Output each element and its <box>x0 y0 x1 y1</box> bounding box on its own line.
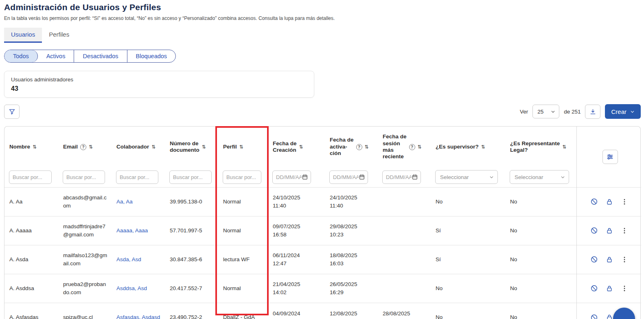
column-header-email: Email <box>63 144 78 150</box>
cell-fecha-activacion: 18/08/2025 16:03 <box>325 245 378 274</box>
lock-user-icon[interactable] <box>606 227 613 234</box>
status-filter-bloqueados[interactable]: Bloqueados <box>127 50 176 62</box>
date-input[interactable] <box>386 174 412 180</box>
table-settings-button[interactable] <box>602 150 618 164</box>
row-menu-icon[interactable] <box>621 285 628 292</box>
table-row: A. Aa abcasds@gmail.com Aa, Aa 39.995.13… <box>4 187 641 216</box>
sort-icon[interactable]: ⇅ <box>481 144 485 150</box>
sort-icon[interactable]: ⇅ <box>365 144 369 150</box>
filter-date-creacion[interactable] <box>272 170 311 184</box>
sort-icon[interactable]: ⇅ <box>562 144 566 150</box>
cell-fecha-activacion: 24/10/2025 11:40 <box>325 187 378 216</box>
stats-card: Usuarios administradores 43 <box>4 71 314 98</box>
cell-fecha-sesion: 28/08/2025 17:41 <box>378 303 431 319</box>
block-user-icon[interactable] <box>590 256 598 263</box>
status-filter-activos[interactable]: Activos <box>38 50 74 62</box>
help-icon[interactable]: ? <box>80 144 86 150</box>
cell-fecha-creacion: 24/10/2025 11:40 <box>268 187 325 216</box>
create-button-label: Crear <box>611 108 626 115</box>
column-header-es-representante: ¿Es Representante Legal? <box>510 140 560 154</box>
cell-fecha-activacion: 26/05/2025 16:29 <box>325 274 378 303</box>
table-body: A. Aa abcasds@gmail.com Aa, Aa 39.995.13… <box>4 187 641 319</box>
table-row: A. Asfasdas spiza@uc.cl Asfasdas, Asdasd… <box>4 303 641 319</box>
block-user-icon[interactable] <box>590 284 598 292</box>
cell-fecha-creacion: 06/11/2024 12:47 <box>268 245 325 274</box>
page-subtitle: En la tabla verás los permisos por perfi… <box>4 15 641 21</box>
row-menu-icon[interactable] <box>621 227 628 234</box>
cell-fecha-sesion <box>378 245 431 274</box>
page-size-value: 25 <box>537 109 543 115</box>
tab-perfiles[interactable]: Perfiles <box>42 28 76 43</box>
cell-es-representante: No <box>505 216 576 245</box>
filter-input-documento[interactable] <box>169 170 212 184</box>
colaborador-link[interactable]: Asfasdas, Asdasd <box>112 303 165 319</box>
table-row: A. Asddsa prueba2@probando.com Asddsa, A… <box>4 274 641 303</box>
help-icon[interactable]: ? <box>356 144 362 150</box>
sort-icon[interactable]: ⇅ <box>299 144 303 150</box>
cell-nombre: A. Asfasdas <box>4 303 58 319</box>
colaborador-link[interactable]: Aaaaa, Aaaa <box>112 216 165 245</box>
filter-input-perfil[interactable] <box>223 170 261 184</box>
create-button[interactable]: Crear <box>605 104 641 119</box>
chevron-down-icon <box>551 109 555 114</box>
lock-user-icon[interactable] <box>606 198 613 205</box>
cell-es-representante: No <box>505 303 576 319</box>
row-actions <box>576 245 641 274</box>
filter-date-sesion[interactable] <box>382 170 421 184</box>
tab-usuarios[interactable]: Usuarios <box>4 28 42 43</box>
sort-icon[interactable]: ⇅ <box>202 144 206 150</box>
block-user-icon[interactable] <box>590 314 598 319</box>
lock-user-icon[interactable] <box>606 256 613 263</box>
total-count-label: de 251 <box>564 109 580 115</box>
colaborador-link[interactable]: Aa, Aa <box>112 187 165 216</box>
lock-user-icon[interactable] <box>606 314 613 319</box>
cell-fecha-sesion <box>378 187 431 216</box>
sort-icon[interactable]: ⇅ <box>89 144 93 150</box>
calendar-icon[interactable] <box>302 174 308 180</box>
filter-input-email[interactable] <box>63 170 105 184</box>
toolbar: Ver 25 de 251 Crear <box>4 104 641 119</box>
download-button[interactable] <box>585 105 600 119</box>
download-icon <box>589 108 596 115</box>
chevron-down-icon <box>630 109 635 114</box>
calendar-icon[interactable] <box>412 174 418 180</box>
filter-select-representante[interactable]: Seleccionar <box>510 170 569 184</box>
status-filter-todos[interactable]: Todos <box>4 50 38 62</box>
funnel-icon <box>9 108 15 115</box>
filter-input-nombre[interactable] <box>9 170 52 184</box>
help-icon[interactable]: ? <box>409 144 415 150</box>
select-placeholder: Seleccionar <box>515 174 543 180</box>
column-header-fecha-activacion: Fecha de activa- ción <box>330 137 354 157</box>
colaborador-link[interactable]: Asda, Asd <box>112 245 165 274</box>
row-actions <box>576 187 641 216</box>
sort-icon[interactable]: ⇅ <box>418 144 422 150</box>
cell-fecha-creacion: 04/09/2024 10:56 <box>268 303 325 319</box>
row-actions <box>576 216 641 245</box>
date-input[interactable] <box>276 174 302 180</box>
filter-select-supervisor[interactable]: Seleccionar <box>435 170 498 184</box>
colaborador-link[interactable]: Asddsa, Asd <box>112 274 165 303</box>
status-filter-desactivados[interactable]: Desactivados <box>74 50 127 62</box>
tabs: Usuarios Perfiles <box>4 28 641 43</box>
row-menu-icon[interactable] <box>621 198 628 205</box>
cell-perfil: lectura WF <box>218 245 268 274</box>
sort-icon[interactable]: ⇅ <box>151 144 156 150</box>
column-header-colaborador: Colaborador <box>116 144 149 150</box>
filter-date-activacion[interactable] <box>329 170 368 184</box>
calendar-icon[interactable] <box>359 174 365 180</box>
row-menu-icon[interactable] <box>621 256 628 263</box>
page-size-select[interactable]: 25 <box>532 105 559 118</box>
sort-icon[interactable]: ⇅ <box>239 144 243 150</box>
block-user-icon[interactable] <box>590 198 598 205</box>
cell-nombre: A. Aaaaa <box>4 216 58 245</box>
page-title: Administración de Usuarios y Perfiles <box>4 2 641 12</box>
cell-es-supervisor: No <box>431 303 505 319</box>
cell-es-supervisor: No <box>431 274 505 303</box>
filter-button[interactable] <box>4 105 20 119</box>
cell-nombre: A. Aa <box>4 187 58 216</box>
filter-input-colaborador[interactable] <box>116 170 158 184</box>
block-user-icon[interactable] <box>590 227 598 234</box>
lock-user-icon[interactable] <box>606 285 613 292</box>
sort-icon[interactable]: ⇅ <box>33 144 37 150</box>
date-input[interactable] <box>333 174 359 180</box>
